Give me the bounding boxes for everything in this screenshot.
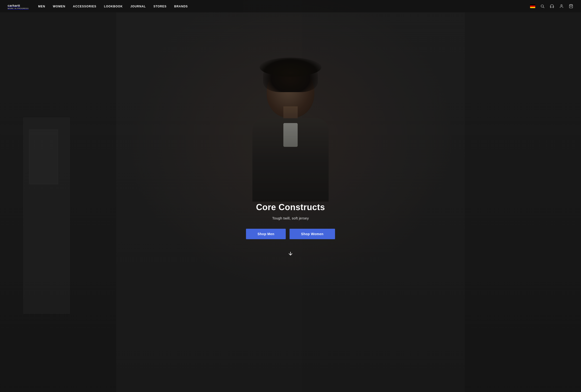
hero-overlay xyxy=(0,0,581,392)
nav-item-women[interactable]: WOMEN xyxy=(53,5,65,8)
logo-link[interactable]: carhartt WORK IN PROGRESS xyxy=(8,3,28,9)
svg-point-0 xyxy=(541,5,544,7)
nav-links: MEN WOMEN ACCESSORIES LOOKBOOK JOURNAL S… xyxy=(38,4,188,8)
brand-subtitle: WORK IN PROGRESS xyxy=(8,7,28,9)
nav-item-journal[interactable]: JOURNAL xyxy=(130,5,146,8)
svg-point-2 xyxy=(561,4,562,6)
cart-button[interactable] xyxy=(568,4,574,8)
logo: carhartt WORK IN PROGRESS xyxy=(8,3,28,9)
cart-icon xyxy=(569,4,573,8)
hero-subtitle: Tough twill, soft jersey xyxy=(246,216,335,220)
flag-gold-stripe xyxy=(530,7,535,8)
nav-item-men[interactable]: MEN xyxy=(38,5,45,8)
arrow-down-icon xyxy=(288,251,293,256)
hero-section: Core Constructs Tough twill, soft jersey… xyxy=(0,0,581,392)
nav-item-accessories[interactable]: ACCESSORIES xyxy=(73,5,96,8)
headphones-icon xyxy=(550,4,554,8)
account-button[interactable] xyxy=(559,4,564,8)
navbar-left: carhartt WORK IN PROGRESS MEN WOMEN ACCE… xyxy=(8,3,188,9)
support-button[interactable] xyxy=(550,4,554,8)
hero-content: Core Constructs Tough twill, soft jersey… xyxy=(246,202,335,256)
scroll-down-indicator xyxy=(246,251,335,256)
svg-line-1 xyxy=(543,7,544,8)
hero-buttons: Shop Men Shop Women xyxy=(246,229,335,239)
search-button[interactable] xyxy=(540,4,545,8)
nav-item-brands[interactable]: BRANDS xyxy=(174,5,188,8)
brand-name: carhartt xyxy=(8,4,20,7)
navbar-right xyxy=(530,4,574,8)
account-icon xyxy=(559,4,564,8)
locale-flag[interactable] xyxy=(530,4,535,8)
nav-item-stores[interactable]: STORES xyxy=(153,5,166,8)
nav-item-lookbook[interactable]: LOOKBOOK xyxy=(104,5,123,8)
hero-title: Core Constructs xyxy=(246,202,335,212)
shop-men-button[interactable]: Shop Men xyxy=(246,229,286,239)
shop-women-button[interactable]: Shop Women xyxy=(290,229,335,239)
search-icon xyxy=(540,4,544,8)
navbar: carhartt WORK IN PROGRESS MEN WOMEN ACCE… xyxy=(0,0,581,12)
